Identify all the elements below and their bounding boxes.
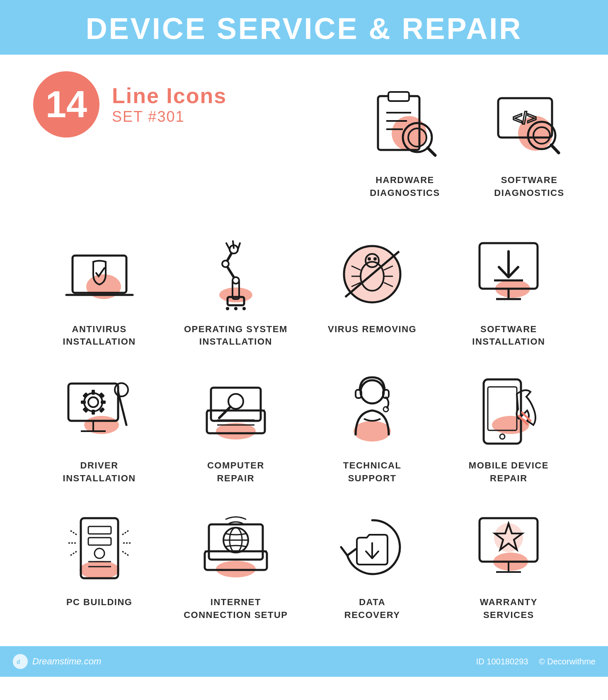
svg-point-87 (80, 561, 119, 579)
footer: d Dreamstime.com ID 100180293 © Decorwit… (0, 646, 608, 677)
line-icons-title: Line Icons (112, 83, 227, 108)
svg-point-56 (88, 397, 98, 407)
svg-rect-59 (81, 401, 86, 404)
set-label: SET #301 (112, 108, 227, 126)
internet-connection-setup-icon (194, 506, 277, 589)
hardware-diagnostics-label: HARDWAREDIAGNOSTICS (370, 174, 440, 200)
page-title: DEVICE SERVICE & REPAIR (8, 12, 600, 46)
svg-rect-63 (82, 407, 88, 413)
os-installation-label: OPERATING SYSTEMINSTALLATION (184, 323, 288, 349)
svg-line-99 (122, 551, 128, 555)
svg-rect-52 (68, 384, 118, 421)
driver-installation-label: DRIVERINSTALLATION (63, 459, 136, 485)
svg-rect-61 (82, 392, 88, 398)
icon-grid: ANTIVIRUSINSTALLATION (33, 224, 575, 626)
svg-rect-89 (88, 526, 111, 534)
icon-internet-connection-setup: INTERNETCONNECTION SETUP (170, 497, 302, 626)
technical-support-icon (331, 369, 414, 452)
warranty-services-label: WARRANTYSERVICES (480, 596, 538, 622)
dreamstime-watermark: Dreamstime.com (32, 656, 101, 667)
svg-line-8 (428, 148, 435, 155)
svg-point-23 (233, 277, 239, 284)
icon-warranty-services: WARRANTYSERVICES (443, 497, 575, 626)
main-content: 14 Line Icons SET #301 (0, 55, 608, 634)
icon-computer-repair: COMPUTERREPAIR (170, 361, 302, 489)
icon-hardware-diagnostics: HARDWAREDIAGNOSTICS (359, 75, 451, 204)
software-diagnostics-label: SOFTWAREDIAGNOSTICS (494, 174, 564, 200)
driver-installation-icon (58, 369, 141, 452)
svg-point-80 (383, 407, 388, 412)
svg-rect-2 (388, 92, 409, 101)
footer-id: ID 100180293 © Decorwithme (476, 657, 596, 666)
icon-data-recovery: DATARECOVERY (306, 497, 438, 626)
data-recovery-icon (331, 506, 414, 589)
page-header: DEVICE SERVICE & REPAIR (0, 0, 608, 55)
svg-point-18 (219, 287, 252, 302)
svg-point-115 (13, 654, 28, 669)
technical-support-label: TECHNICALSUPPORT (343, 459, 402, 485)
svg-point-31 (242, 307, 246, 310)
svg-line-28 (238, 243, 240, 249)
svg-rect-57 (92, 390, 95, 395)
warranty-services-icon (467, 506, 550, 589)
svg-point-81 (492, 416, 529, 434)
mobile-device-repair-icon (467, 369, 550, 452)
badge-number: 14 (46, 83, 87, 126)
svg-point-29 (226, 307, 229, 310)
svg-point-91 (94, 548, 104, 558)
svg-rect-69 (211, 388, 261, 421)
svg-rect-60 (101, 401, 106, 404)
icon-technical-support: TECHNICALSUPPORT (306, 361, 438, 489)
os-installation-icon (194, 233, 277, 316)
svg-point-77 (361, 380, 384, 403)
virus-removing-label: VIRUS REMOVING (328, 323, 417, 336)
svg-line-27 (233, 241, 234, 248)
top-icons-row: HARDWAREDIAGNOSTICS </> (359, 71, 575, 204)
icon-pc-building: PC BUILDING (33, 497, 165, 626)
virus-removing-icon (331, 233, 414, 316)
icon-antivirus-installation: ANTIVIRUSINSTALLATION (33, 224, 165, 353)
pc-building-label: PC BUILDING (66, 596, 133, 609)
svg-text:d: d (17, 659, 20, 665)
line-icons-info: Line Icons SET #301 (112, 83, 227, 126)
footer-left: d Dreamstime.com (12, 654, 101, 669)
computer-repair-icon (194, 369, 277, 452)
data-recovery-label: DATARECOVERY (344, 596, 400, 622)
software-diagnostics-icon: </> (488, 84, 571, 167)
svg-line-14 (551, 145, 559, 153)
pc-building-icon (58, 506, 141, 589)
svg-line-97 (122, 531, 128, 535)
svg-point-113 (494, 523, 523, 552)
antivirus-installation-label: ANTIVIRUSINSTALLATION (63, 323, 136, 349)
antivirus-installation-icon (58, 233, 141, 316)
icon-mobile-device-repair: MOBILE DEVICEREPAIR (443, 361, 575, 489)
svg-rect-90 (88, 538, 111, 545)
svg-point-36 (368, 257, 371, 261)
svg-line-26 (226, 243, 230, 249)
svg-point-66 (115, 383, 128, 396)
svg-rect-58 (92, 410, 95, 415)
icon-software-diagnostics: </> SOFTWAREDIAGNOSTICS (484, 75, 575, 204)
icon-software-installation: SOFTWAREINSTALLATION (443, 224, 575, 353)
footer-copyright: © Decorwithme (539, 657, 596, 666)
footer-id-text: ID 100180293 (476, 657, 528, 666)
svg-rect-102 (209, 524, 263, 560)
computer-repair-label: COMPUTERREPAIR (207, 459, 264, 485)
svg-point-37 (373, 257, 377, 261)
mobile-device-repair-label: MOBILE DEVICEREPAIR (469, 459, 549, 485)
badge-circle: 14 (33, 71, 99, 138)
internet-connection-setup-label: INTERNETCONNECTION SETUP (184, 596, 288, 622)
svg-line-96 (70, 551, 77, 555)
dreamstime-logo-icon: d (12, 654, 28, 669)
svg-line-94 (70, 531, 77, 535)
svg-point-84 (500, 434, 505, 439)
svg-point-76 (354, 421, 391, 442)
hardware-diagnostics-icon (363, 84, 446, 167)
icon-driver-installation: DRIVERINSTALLATION (33, 361, 165, 489)
svg-line-73 (219, 413, 225, 418)
badge-section: 14 Line Icons SET #301 (33, 71, 227, 138)
icon-os-installation: OPERATING SYSTEMINSTALLATION (170, 224, 302, 353)
svg-point-24 (222, 261, 229, 267)
svg-point-30 (234, 307, 237, 310)
software-installation-icon (467, 233, 550, 316)
